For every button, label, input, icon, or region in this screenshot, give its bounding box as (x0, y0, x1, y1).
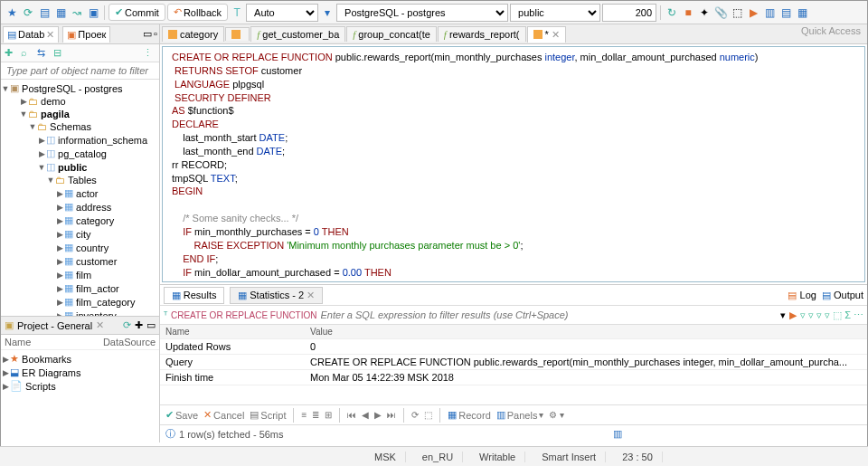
ficon4[interactable]: ▿ (825, 309, 830, 321)
tree-filter-input[interactable] (1, 62, 159, 80)
editor-tab[interactable]: fgroup_concat(te (346, 26, 437, 42)
scripts-node[interactable]: ▶📄 Scripts (1, 379, 159, 393)
grid-icon[interactable]: ▦ (53, 5, 68, 20)
execute-icon[interactable]: ↻ (665, 5, 679, 20)
tree-node[interactable]: ▶▦ customer (1, 254, 159, 268)
commit-button[interactable]: ✔Commit (108, 4, 165, 21)
rollback-button[interactable]: ↶Rollback (167, 4, 228, 21)
tree-node[interactable]: ▶▦ category (1, 214, 159, 227)
log-button[interactable]: ▤ Log (788, 290, 816, 301)
tab-projects[interactable]: ▣Проек (62, 26, 110, 43)
tab-database[interactable]: ▤Datab✕ (3, 26, 59, 43)
filter-history-icon[interactable]: ▾ (780, 309, 786, 321)
tree-node[interactable]: ▶▦ film_category (1, 295, 159, 309)
tree-node[interactable]: ▼🗀 Schemas (1, 120, 159, 133)
edit1-icon[interactable]: ≡ (301, 410, 307, 420)
ficon1[interactable]: ▿ (800, 309, 806, 321)
tree-node[interactable]: ▶◫ information_schema (1, 133, 159, 147)
col-name[interactable]: Name (160, 325, 305, 339)
tree-node[interactable]: ▼🗀 pagila (1, 108, 159, 120)
editor-tab[interactable]: * ✕ (527, 26, 566, 43)
newconn-icon[interactable]: ✚ (5, 47, 17, 60)
edit3-icon[interactable]: ⊞ (325, 410, 332, 420)
menu-icon[interactable]: ⋮ (143, 47, 156, 60)
editor-tab[interactable] (225, 27, 250, 41)
table-row[interactable]: Finish timeMon Mar 05 14:22:39 MSK 2018 (160, 370, 867, 385)
tree-node[interactable]: ▶▦ city (1, 227, 159, 241)
cancel-button[interactable]: ✕Cancel (203, 409, 244, 421)
bookmarks-node[interactable]: ▶★ Bookmarks (1, 352, 159, 366)
prev-page-icon[interactable]: ◀ (362, 410, 369, 420)
database-icon[interactable]: ▾ (320, 5, 335, 20)
bookmark-icon[interactable]: ★ (5, 5, 19, 20)
save-button[interactable]: ✔Save (165, 409, 198, 421)
table-row[interactable]: Updated Rows0 (160, 339, 867, 355)
tab-statistics[interactable]: ▦ Statistics - 2 ✕ (230, 287, 322, 304)
tree-node[interactable]: ▶▦ actor (1, 186, 159, 200)
tree-node[interactable]: ▼◫ public (1, 160, 159, 174)
layout3-icon[interactable]: ▦ (795, 5, 809, 20)
stop-icon[interactable]: ■ (681, 5, 695, 20)
quick-access-link[interactable]: Quick Access (799, 24, 863, 38)
filter-icon[interactable]: ⌕ (21, 47, 33, 60)
output-button[interactable]: ▤ Output (822, 290, 863, 301)
minimize-icon[interactable]: ▭ (143, 28, 152, 40)
ficon7[interactable]: ⋯ (854, 309, 863, 321)
ficon3[interactable]: ▿ (816, 309, 822, 321)
tree-node[interactable]: ▶◫ pg_catalog (1, 147, 159, 160)
ficon5[interactable]: ⬚ (833, 309, 842, 321)
table-row[interactable]: QueryCREATE OR REPLACE FUNCTION public.r… (160, 355, 867, 370)
next-page-icon[interactable]: ▶ (374, 410, 382, 420)
tx-icon[interactable]: T (230, 5, 244, 20)
editor-tab[interactable]: frewards_report( (438, 26, 526, 42)
txmode-select[interactable]: Auto (246, 4, 318, 22)
play-icon[interactable]: ▶ (746, 5, 760, 20)
proj-config-icon[interactable]: ✚ (135, 319, 143, 331)
sync-icon[interactable]: ⇆ (37, 47, 50, 60)
tree-node[interactable]: ▶▦ film_actor (1, 281, 159, 295)
collapse-icon[interactable]: ⊟ (53, 47, 66, 60)
last-page-icon[interactable]: ⏭ (387, 410, 396, 420)
layout1-icon[interactable]: ▥ (762, 5, 777, 20)
limit-input[interactable] (602, 4, 656, 22)
ficon2[interactable]: ▿ (808, 309, 814, 321)
filter-apply-icon[interactable]: ᵀ (164, 309, 167, 321)
results-filter-input[interactable] (321, 309, 778, 320)
close-panel-icon[interactable]: ▫ (154, 28, 157, 40)
table-icon[interactable]: ▤ (37, 5, 52, 20)
tree-node[interactable]: ▶▦ film (1, 268, 159, 281)
gear-icon[interactable]: ⚙ ▾ (549, 410, 564, 420)
ficon6[interactable]: Σ (844, 309, 851, 321)
layout2-icon[interactable]: ▤ (778, 5, 793, 20)
tree-node[interactable]: ▼🗀 Tables (1, 174, 159, 186)
filter-clear-icon[interactable]: ▶ (789, 309, 797, 321)
sql-editor[interactable]: CREATE OR REPLACE FUNCTION public.reward… (162, 46, 865, 282)
editor-tab[interactable]: fget_customer_ba (250, 26, 345, 42)
tree-node[interactable]: ▶▦ country (1, 241, 159, 254)
schema-select[interactable]: public (510, 4, 600, 22)
record-button[interactable]: ▦Record (448, 409, 490, 421)
tree-node[interactable]: ▶🗀 demo (1, 95, 159, 108)
star-icon[interactable]: ✦ (697, 5, 712, 20)
panels-button[interactable]: ▥Panels ▾ (496, 409, 544, 421)
chart-icon[interactable]: ▥ (613, 428, 622, 440)
datasource-select[interactable]: PostgreSQL - postgres (336, 4, 508, 22)
proj-min-icon[interactable]: ▭ (146, 319, 156, 331)
tree-node[interactable]: ▶▦ inventory (1, 309, 159, 316)
export-icon[interactable]: ⬚ (424, 410, 432, 420)
editor-tab[interactable]: category (162, 26, 224, 42)
expand-icon[interactable]: ⬚ (730, 5, 744, 20)
col-value[interactable]: Value (305, 325, 867, 339)
edit2-icon[interactable]: ≣ (312, 410, 319, 420)
tab-results[interactable]: ▦ Results (164, 287, 224, 304)
refresh-icon[interactable]: ⟳ (21, 5, 35, 20)
tree-node[interactable]: ▼▣ PostgreSQL - postgres (1, 81, 159, 95)
sql-icon[interactable]: ▣ (86, 5, 100, 20)
script-button[interactable]: ▤Script (250, 409, 286, 421)
attach-icon[interactable]: 📎 (713, 5, 728, 20)
link-icon[interactable]: ↝ (70, 5, 84, 20)
refresh-results-icon[interactable]: ⟳ (411, 410, 419, 420)
er-diagrams-node[interactable]: ▶⬓ ER Diagrams (1, 366, 159, 379)
proj-refresh-icon[interactable]: ⟳ (123, 319, 131, 331)
tree-node[interactable]: ▶▦ address (1, 200, 159, 214)
